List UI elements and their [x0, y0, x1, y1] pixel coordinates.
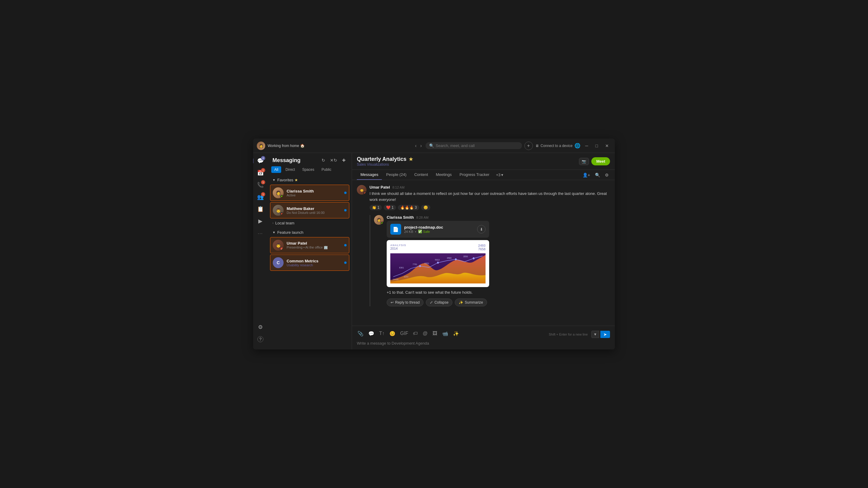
download-button[interactable]: ⬇ [477, 225, 486, 233]
summarize-button[interactable]: ✨ Summarize [455, 298, 487, 306]
settings-icon: ⚙ [258, 324, 263, 330]
avatar-initial-common: C [277, 260, 280, 265]
reply-to-thread-button[interactable]: ↩ Reply to thread [387, 298, 424, 306]
add-button[interactable]: + [524, 141, 533, 150]
tab-more[interactable]: +3 ▾ [494, 170, 506, 180]
contact-avatar-clarissa: 👩 [273, 187, 284, 198]
local-team-label: Local team [275, 221, 294, 225]
video-button[interactable]: 📹 [441, 330, 449, 337]
attach-button[interactable]: 📎 [357, 330, 364, 337]
main-content: 💬 4 📅 1 📞 1 👥 1 📋 ▶ ··· [253, 153, 615, 350]
tab-public[interactable]: Public [318, 166, 335, 173]
sidebar-item-chat[interactable]: 💬 4 [255, 156, 266, 166]
meet-button[interactable]: Meet [591, 157, 610, 165]
settings-chat-button[interactable]: ⚙ [604, 171, 610, 178]
search-bar[interactable]: 🔍 [426, 142, 522, 149]
contact-name-matthew: Matthew Baker [287, 206, 344, 211]
file-size: 24 KB [404, 230, 413, 233]
sidebar-item-settings[interactable]: ⚙ [255, 322, 266, 332]
thread-container: 👩 Clarissa Smith 8:28 AM 📄 [370, 215, 610, 306]
reaction-clap[interactable]: 👏 1 [370, 205, 382, 210]
back-button[interactable]: ‹ [414, 142, 418, 150]
contact-name-clarissa: Clarissa Smith [287, 189, 344, 193]
tab-meetings[interactable]: Meetings [432, 170, 456, 180]
msg-time-clarissa: 8:28 AM [416, 216, 428, 219]
format-button[interactable]: T↑ [378, 330, 385, 337]
chart-left-value: 2014 [390, 247, 406, 250]
messaging-tabs: All Direct Spaces Public [268, 166, 352, 175]
tab-people[interactable]: People (24) [382, 170, 410, 180]
summarize-label: Summarize [465, 300, 483, 304]
chat-badge: 4 [261, 156, 265, 160]
status-dot-matthew [280, 213, 283, 216]
list-icon: 📋 [257, 206, 264, 213]
snapshot-button[interactable]: 📷 [579, 158, 589, 165]
reaction-smile[interactable]: 😊 [421, 205, 430, 210]
favorites-chevron: ▼ [273, 178, 276, 182]
check-icon: ✅ [418, 230, 422, 233]
sidebar-item-more[interactable]: ··· [255, 228, 266, 238]
file-meta: 24 KB • ✅ Safe [404, 230, 474, 233]
compose-button[interactable]: ✚ [341, 157, 347, 164]
sidebar-nav: 💬 4 📅 1 📞 1 👥 1 📋 ▶ ··· [253, 153, 268, 350]
calendar-badge: 1 [261, 168, 265, 172]
favorites-star: ★ [294, 178, 298, 182]
chat-bubble-button[interactable]: 💬 [368, 330, 375, 337]
feature-launch-section-header[interactable]: ▼ Feature launch [268, 228, 352, 237]
msg-sender-umar: Umar Patel [370, 185, 390, 190]
contact-item-clarissa[interactable]: 👩 Clarissa Smith Active [270, 185, 349, 201]
collapse-button[interactable]: ⤢ Collapse [426, 298, 453, 306]
chart-right-value: 2493 [478, 244, 486, 247]
photo-button[interactable]: 🖼 [432, 330, 438, 337]
sidebar-item-help[interactable]: ? [255, 334, 266, 345]
sticker-button[interactable]: 🏷 [412, 330, 418, 337]
tab-content[interactable]: Content [410, 170, 432, 180]
search-chat-button[interactable]: 🔍 [594, 171, 601, 178]
msg-avatar-clarissa: 👩 [374, 215, 384, 225]
emoji-button[interactable]: 😊 [389, 330, 396, 337]
favorites-section-header[interactable]: ▼ Favorites ★ [268, 175, 352, 185]
add-member-button[interactable]: 👤+ [581, 171, 591, 178]
sidebar-item-calendar[interactable]: 📅 1 [255, 167, 266, 178]
close-button[interactable]: ✕ [603, 142, 611, 150]
message-input[interactable] [357, 341, 610, 346]
local-team-item[interactable]: › Local team [268, 218, 352, 228]
sidebar-item-people[interactable]: 👥 1 [255, 192, 266, 202]
tab-all[interactable]: All [271, 166, 281, 173]
tab-messages[interactable]: Messages [357, 170, 382, 180]
contact-item-common[interactable]: C Common Metrics Usability research [270, 255, 349, 271]
gif-button[interactable]: GIF [400, 330, 409, 337]
contact-list: ▼ Favorites ★ 👩 Clarissa Smith Active [268, 175, 352, 350]
connect-label: Connect to a device [541, 144, 572, 148]
reaction-heart[interactable]: ❤️ 1 [384, 205, 396, 210]
minimize-button[interactable]: ─ [583, 142, 591, 150]
svg-point-1 [419, 265, 421, 267]
chat-header: Quarterly Analytics ★ Sales Visualizatio… [352, 153, 615, 170]
sidebar-item-play[interactable]: ▶ [255, 216, 266, 227]
magic-button[interactable]: ✨ [453, 330, 460, 337]
mention-button[interactable]: @ [422, 330, 428, 337]
contact-avatar-common: C [273, 257, 284, 268]
refresh-button[interactable]: ↻ [320, 157, 327, 164]
sidebar-item-list[interactable]: 📋 [255, 204, 266, 215]
maximize-button[interactable]: □ [593, 142, 600, 150]
chat-title-wrap: Quarterly Analytics ★ Sales Visualizatio… [357, 156, 577, 167]
tab-spaces[interactable]: Spaces [299, 166, 317, 173]
tab-progress-tracker[interactable]: Progress Tracker [456, 170, 493, 180]
contact-item-matthew[interactable]: 👨 Matthew Baker Do Not Disturb until 16:… [270, 202, 349, 218]
user-avatar[interactable]: 👩 [257, 141, 265, 150]
star-icon[interactable]: ★ [409, 156, 413, 162]
forward-button[interactable]: › [419, 142, 423, 150]
send-options-button[interactable]: ▼ [591, 331, 599, 338]
filter-button[interactable]: ✕↻ [329, 157, 338, 164]
reaction-fire[interactable]: 🔥🔥🔥 3 [398, 205, 419, 210]
send-button[interactable]: ➤ [600, 331, 610, 338]
sidebar-item-calls[interactable]: 📞 1 [255, 180, 266, 190]
tab-direct[interactable]: Direct [282, 166, 298, 173]
connect-button[interactable]: 🖥 Connect to a device 🌐 [535, 143, 581, 149]
contact-item-umar[interactable]: 👨 ● Umar Patel Presenting • At the offic… [270, 237, 349, 253]
search-input[interactable] [436, 143, 518, 148]
contact-avatar-matthew: 👨 [273, 205, 284, 216]
contact-status-common: Usability research [287, 263, 344, 267]
input-footer: Shift + Enter for a new line ▼ ➤ [549, 331, 610, 338]
